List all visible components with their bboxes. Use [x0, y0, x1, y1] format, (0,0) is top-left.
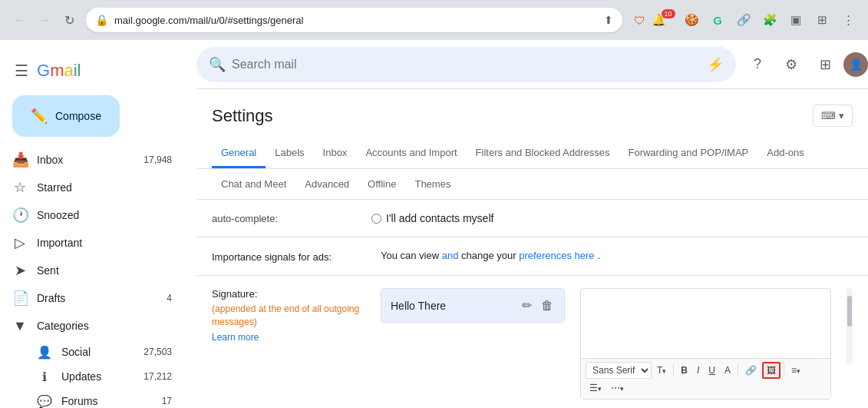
sub-tabs: Chat and Meet Advanced Offline Themes — [196, 169, 868, 200]
bold-button[interactable]: B — [677, 363, 691, 378]
signature-item-actions: ✏ 🗑 — [520, 297, 555, 314]
browser-chrome: ← → ↻ 🔒 mail.google.com/mail/u/0/#settin… — [0, 0, 868, 40]
drafts-count: 4 — [167, 293, 172, 304]
share-icon: ⬆ — [604, 14, 613, 26]
edit-signature-button[interactable]: ✏ — [520, 297, 533, 314]
categories-icon: ▼ — [12, 318, 28, 334]
drafts-label: Drafts — [37, 292, 65, 304]
hamburger-button[interactable]: ☰ — [6, 55, 37, 86]
puzzle-icon[interactable]: 🧩 — [759, 9, 781, 31]
search-options-icon[interactable]: ⚡ — [707, 56, 724, 73]
scrollbar-thumb — [847, 296, 852, 327]
menu-button[interactable]: ⋮ — [837, 9, 859, 31]
font-family-select[interactable]: Sans Serif — [586, 362, 652, 379]
social-count: 27,503 — [144, 347, 172, 357]
brave-shield-icon[interactable]: 🛡 — [629, 9, 650, 31]
categories-label: Categories — [37, 320, 89, 332]
tab-addons[interactable]: Add-ons — [757, 139, 813, 168]
lock-icon: 🔒 — [95, 14, 108, 26]
tab-accounts[interactable]: Accounts and Import — [356, 139, 466, 168]
tab-inbox[interactable]: Inbox — [314, 139, 357, 168]
autocomplete-radio[interactable] — [371, 214, 381, 224]
tab-general[interactable]: General — [212, 139, 266, 168]
sidebar-item-important[interactable]: ▷ Important — [0, 229, 184, 257]
underline-button[interactable]: U — [705, 363, 719, 378]
sidebar-item-sent[interactable]: ➤ Sent — [0, 257, 184, 284]
sub-tab-advanced[interactable]: Advanced — [295, 172, 358, 196]
browser-actions: 🛡 🔔10 🍪 G 🔗 🧩 ▣ ⊞ ⋮ — [629, 9, 859, 31]
important-label: Important — [37, 237, 82, 249]
sidebar-item-drafts[interactable]: 📄 Drafts 4 — [0, 284, 184, 312]
link-button[interactable]: 🔗 — [741, 363, 761, 378]
signature-editor[interactable]: Sans Serif T▾ B I U A 🔗 🖼 — [580, 288, 831, 400]
sub-tab-themes[interactable]: Themes — [405, 172, 460, 196]
importance-signals-text: You can view — [381, 250, 442, 261]
top-bar: 🔍 ⚡ ? ⚙ ⊞ 👤 — [196, 40, 868, 89]
back-button[interactable]: ← — [9, 9, 31, 31]
tab-forwarding[interactable]: Forwarding and POP/IMAP — [619, 139, 757, 168]
settings-area: Settings ⌨ ▾ General Labels Inbox Accoun… — [196, 89, 868, 408]
signature-editor-content[interactable] — [581, 289, 830, 358]
settings-button[interactable]: ⚙ — [776, 49, 807, 80]
align-button[interactable]: ≡▾ — [787, 363, 804, 378]
importance-signals-label-text: Importance signals for ads: — [212, 251, 332, 263]
grammarly-icon[interactable]: G — [707, 9, 728, 31]
compose-button[interactable]: ✏️ Compose — [12, 95, 120, 137]
importance-signals-change: change your — [461, 250, 519, 261]
keyboard-btn-arrow: ▾ — [839, 110, 844, 121]
search-box[interactable]: 🔍 ⚡ — [196, 47, 736, 82]
toolbar-divider-1 — [673, 363, 674, 377]
sidebar-item-inbox[interactable]: 📥 Inbox 17,948 — [0, 146, 184, 174]
list-button[interactable]: ☰▾ — [586, 380, 606, 396]
keyboard-shortcuts-button[interactable]: ⌨ ▾ — [813, 104, 853, 127]
forward-button[interactable]: → — [34, 9, 55, 31]
help-button[interactable]: ? — [742, 49, 773, 80]
compose-icon: ✏️ — [31, 108, 48, 124]
social-label: Social — [61, 346, 91, 358]
sub-tab-offline[interactable]: Offline — [358, 172, 405, 196]
signature-toolbar: Sans Serif T▾ B I U A 🔗 🖼 — [581, 358, 830, 399]
forums-count: 17 — [162, 396, 172, 406]
tab-filters[interactable]: Filters and Blocked Addresses — [467, 139, 619, 168]
italic-button[interactable]: I — [693, 363, 703, 378]
nav-section: 📥 Inbox 17,948 ☆ Starred 🕐 Snoozed ▷ Imp… — [0, 143, 196, 408]
app: ☰ Gmail ✏️ Compose 📥 Inbox 17,948 ☆ Star… — [0, 40, 868, 408]
header-actions: ? ⚙ ⊞ 👤 — [742, 49, 868, 80]
avatar-image: 👤 — [850, 58, 863, 71]
tab-labels[interactable]: Labels — [266, 139, 313, 168]
updates-icon: ℹ — [37, 370, 52, 384]
sidebar-item-categories[interactable]: ▼ Categories — [0, 312, 184, 340]
extension-icon[interactable]: 🔗 — [733, 9, 754, 31]
preferences-link[interactable]: preferences — [519, 250, 572, 261]
indent-button[interactable]: ⋯▾ — [607, 380, 628, 396]
sidebar-item-updates[interactable]: ℹ Updates 17,212 — [0, 364, 184, 389]
sidebar-toggle[interactable]: ▣ — [785, 9, 807, 31]
sidebar-item-social[interactable]: 👤 Social 27,503 — [0, 340, 184, 364]
font-size-button[interactable]: T▾ — [653, 363, 670, 378]
sidebar-item-forums[interactable]: 💬 Forums 17 — [0, 389, 184, 408]
notifications-button[interactable]: 🔔10 — [655, 9, 676, 31]
search-input[interactable] — [232, 58, 701, 71]
image-button[interactable]: 🖼 — [762, 362, 781, 379]
signature-editor-area: Sans Serif T▾ B I U A 🔗 🖼 — [580, 288, 831, 400]
signature-label-area: Signature: (appended at the end of all o… — [212, 288, 365, 343]
address-bar[interactable]: 🔒 mail.google.com/mail/u/0/#settings/gen… — [86, 8, 622, 32]
sent-icon: ➤ — [12, 262, 28, 279]
apps-button[interactable]: ⊞ — [810, 49, 840, 80]
scrollbar[interactable] — [847, 288, 853, 365]
sidebar-item-starred[interactable]: ☆ Starred — [0, 174, 184, 201]
browser-nav-buttons: ← → ↻ — [9, 9, 80, 31]
sub-tab-chat[interactable]: Chat and Meet — [212, 172, 295, 196]
signature-list: Hello There ✏ 🗑 — [381, 288, 565, 323]
sidebar-item-snoozed[interactable]: 🕐 Snoozed — [0, 201, 184, 229]
avatar[interactable]: 👤 — [843, 52, 868, 77]
cookie-icon[interactable]: 🍪 — [681, 9, 702, 31]
profile-icon[interactable]: ⊞ — [811, 9, 833, 31]
delete-signature-button[interactable]: 🗑 — [540, 297, 555, 314]
learn-more-link[interactable]: Learn more — [212, 332, 365, 343]
reload-button[interactable]: ↻ — [58, 9, 80, 31]
inbox-icon: 📥 — [12, 151, 28, 168]
text-color-button[interactable]: A — [721, 363, 734, 378]
autocomplete-option-label: I'll add contacts myself — [386, 212, 493, 224]
here-link[interactable]: here — [575, 250, 595, 261]
